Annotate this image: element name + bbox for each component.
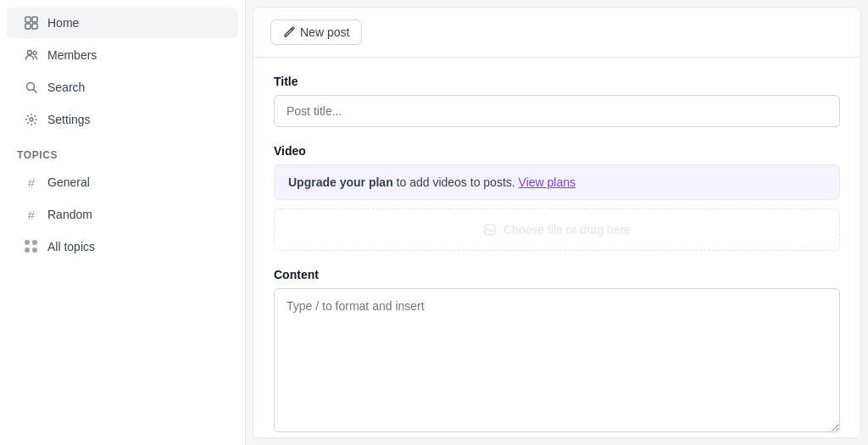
sidebar-nav-general[interactable]: # General xyxy=(7,167,238,197)
new-post-button[interactable]: New post xyxy=(270,19,362,45)
svg-rect-0 xyxy=(25,17,31,22)
sidebar-nav-random[interactable]: # Random xyxy=(7,199,238,230)
file-drop-area[interactable]: Choose file or drag here xyxy=(274,209,840,251)
content-textarea[interactable] xyxy=(274,288,840,432)
main-header: New post xyxy=(253,8,860,58)
content-field-group: Content xyxy=(274,268,840,435)
hash-icon-random: # xyxy=(24,207,39,222)
upgrade-suffix: to add videos to posts. xyxy=(393,175,519,189)
topics-section-title: Topics xyxy=(0,139,245,166)
sidebar-item-settings-label: Settings xyxy=(47,113,91,126)
sidebar-nav-all-topics[interactable]: All topics xyxy=(7,231,238,262)
svg-rect-3 xyxy=(32,24,37,29)
file-drop-icon xyxy=(483,223,497,236)
video-field-group: Video Upgrade your plan to add videos to… xyxy=(274,144,840,251)
title-input[interactable] xyxy=(274,95,840,127)
sidebar-item-all-topics-label: All topics xyxy=(47,240,95,253)
file-drop-label: Choose file or drag here xyxy=(504,223,631,236)
sidebar-item-general-label: General xyxy=(47,175,90,189)
svg-point-9 xyxy=(487,227,488,229)
sidebar: Home Members Search Settin xyxy=(0,0,246,445)
svg-point-5 xyxy=(33,52,36,55)
new-post-button-label: New post xyxy=(300,25,349,39)
sidebar-item-search-label: Search xyxy=(47,81,85,94)
svg-rect-2 xyxy=(25,24,31,29)
sidebar-item-random-label: Random xyxy=(47,208,92,221)
members-icon xyxy=(24,47,39,63)
settings-icon xyxy=(24,112,39,127)
svg-point-7 xyxy=(30,118,33,121)
title-label: Title xyxy=(274,75,840,88)
title-field-group: Title xyxy=(274,75,840,127)
sidebar-item-home-label: Home xyxy=(47,16,79,30)
svg-rect-1 xyxy=(32,17,37,22)
new-post-icon xyxy=(283,26,295,38)
sidebar-nav-members[interactable]: Members xyxy=(7,40,238,70)
upgrade-plan-text: Upgrade your plan xyxy=(288,175,393,189)
main-content-area: New post Title Video Upgrade your plan t… xyxy=(253,7,861,438)
video-upgrade-banner: Upgrade your plan to add videos to posts… xyxy=(274,164,840,200)
hash-icon-general: # xyxy=(24,175,39,190)
video-label: Video xyxy=(274,144,840,158)
svg-point-4 xyxy=(28,51,32,55)
sidebar-nav-search[interactable]: Search xyxy=(7,72,238,103)
sidebar-nav-home[interactable]: Home xyxy=(7,8,238,38)
content-label: Content xyxy=(274,268,840,281)
all-topics-icon xyxy=(24,239,39,254)
home-icon xyxy=(24,15,39,31)
search-icon xyxy=(24,80,39,95)
form-area: Title Video Upgrade your plan to add vid… xyxy=(253,58,860,438)
view-plans-link[interactable]: View plans xyxy=(519,175,576,189)
sidebar-nav-settings[interactable]: Settings xyxy=(7,104,238,135)
sidebar-item-members-label: Members xyxy=(47,48,97,62)
